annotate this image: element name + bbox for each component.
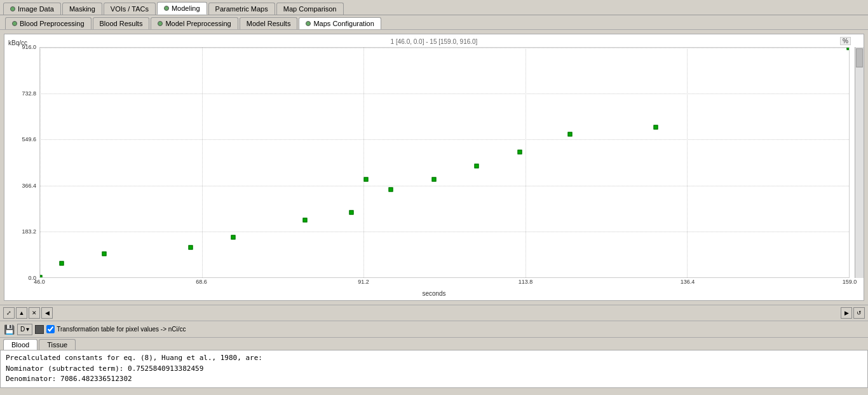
x-label: 159.0: [843, 279, 857, 285]
y-label: 732.8: [22, 90, 36, 97]
transformation-checkbox-label: Transformation table for pixel values ->…: [46, 325, 186, 333]
label-d-dropdown[interactable]: D ▾: [17, 324, 32, 335]
info-panel: Precalculated constants for eq. (8), Hua…: [0, 350, 868, 388]
toolbar-row-1: ⤢ ▲ ✕ ◀ ▶ ↺: [0, 305, 868, 321]
top-tab-vois-tacs[interactable]: VOIs / TACs: [104, 3, 156, 15]
chart-scrollbar[interactable]: [855, 47, 864, 278]
data-point-12: [567, 132, 572, 137]
grid-line-v: [202, 48, 203, 277]
y-label: 366.4: [22, 183, 36, 189]
grid-line-h: [40, 232, 849, 232]
tab-label: VOIs / TACs: [111, 5, 149, 13]
grid-line-v: [363, 48, 364, 277]
sub-tab-blood-preprocessing[interactable]: Blood Preprocessing: [5, 17, 92, 29]
x-label: 113.8: [519, 279, 533, 285]
sub-tab-blood-results[interactable]: Blood Results: [93, 17, 150, 29]
data-point-14: [847, 47, 850, 50]
bottom-tab-bar: BloodTissue: [0, 338, 868, 350]
grid-line-h: [40, 94, 849, 94]
top-tab-masking[interactable]: Masking: [62, 3, 102, 15]
toolbar-close-btn[interactable]: ✕: [29, 307, 40, 319]
scrollbar-thumb[interactable]: [856, 48, 863, 67]
tab-label: Parametric Maps: [215, 5, 268, 13]
sub-tab-label: Blood Preprocessing: [20, 20, 85, 27]
chart-percent[interactable]: %: [840, 37, 851, 45]
sub-tab-dot: [306, 21, 311, 26]
info-line-1: Precalculated constants for eq. (8), Hua…: [6, 353, 862, 364]
data-point-10: [475, 163, 479, 168]
chart-inner: kBq/cc 1 [46.0, 0.0] - 15 [159.0, 916.0]…: [4, 34, 864, 300]
data-point-13: [653, 125, 658, 129]
x-axis-labels: 46.068.691.2113.8136.4159.0: [39, 279, 850, 289]
grid-line-h: [40, 277, 849, 278]
sub-tab-maps-configuration[interactable]: Maps Configuration: [299, 17, 381, 29]
data-point-7: [363, 177, 368, 182]
data-point-1: [59, 261, 64, 266]
top-tab-map-comparison[interactable]: Map Comparison: [276, 3, 344, 15]
dropdown-arrow: ▾: [26, 326, 29, 333]
top-tab-image-data[interactable]: Image Data: [3, 3, 61, 15]
label-d-text: D: [20, 326, 25, 333]
tab-label: Masking: [69, 5, 95, 13]
grid-line-v: [687, 48, 688, 277]
grid-line-v: [40, 48, 41, 277]
data-point-8: [389, 188, 393, 192]
data-point-0: [39, 275, 43, 279]
transformation-label-text: Transformation table for pixel values ->…: [57, 326, 186, 333]
y-axis-labels: 0.0183.2366.4549.6732.8916.0: [11, 47, 37, 278]
data-point-6: [349, 210, 354, 214]
sub-tab-label: Blood Results: [100, 20, 143, 27]
sub-tab-dot: [12, 21, 17, 26]
toolbar-row-2: 💾 D ▾ Transformation table for pixel val…: [0, 321, 868, 338]
tab-dot: [164, 6, 169, 11]
sub-tab-label: Maps Configuration: [313, 20, 374, 27]
sub-tab-label: Model Preprocessing: [165, 20, 231, 27]
data-point-9: [431, 177, 436, 182]
x-label: 136.4: [681, 279, 695, 285]
chart-plot-area: [39, 47, 850, 278]
disk-icon: 💾: [4, 324, 15, 335]
grid-line-v: [849, 48, 850, 277]
sub-tab-model-preprocessing[interactable]: Model Preprocessing: [151, 17, 238, 29]
top-tab-modeling[interactable]: Modeling: [157, 2, 207, 15]
tab-label: Map Comparison: [283, 5, 337, 13]
chart-title: 1 [46.0, 0.0] - 15 [159.0, 916.0]: [391, 38, 478, 45]
y-label: 183.2: [22, 228, 36, 235]
data-point-4: [231, 235, 236, 239]
x-label: 46.0: [34, 279, 45, 285]
color-square-btn[interactable]: [35, 325, 44, 334]
data-point-11: [517, 149, 522, 154]
top-tab-parametric-maps[interactable]: Parametric Maps: [208, 3, 275, 15]
toolbar-up-btn[interactable]: ▲: [16, 307, 27, 319]
data-point-5: [302, 218, 307, 223]
toolbar-arrow-btn[interactable]: ⤢: [3, 307, 15, 319]
grid-line-h: [40, 139, 849, 140]
toolbar-right-btn[interactable]: ▶: [841, 307, 852, 319]
data-point-3: [188, 246, 193, 250]
tab-label: Modeling: [172, 4, 200, 12]
sub-tab-label: Model Results: [247, 20, 291, 27]
sub-tab-dot: [158, 21, 163, 26]
x-label: 91.2: [358, 279, 369, 285]
bottom-tab-blood[interactable]: Blood: [3, 339, 37, 350]
bottom-section: BloodTissue Precalculated constants for …: [0, 338, 868, 388]
top-tab-bar: Image DataMaskingVOIs / TACsModelingPara…: [0, 0, 868, 15]
bottom-tab-tissue[interactable]: Tissue: [39, 339, 76, 350]
tab-dot: [10, 6, 15, 11]
y-label: 549.6: [22, 136, 36, 142]
toolbar-left-btn[interactable]: ◀: [41, 307, 53, 319]
transformation-checkbox[interactable]: [46, 325, 55, 333]
y-label: 916.0: [22, 44, 36, 50]
grid-line-h: [40, 48, 849, 48]
x-axis-title: seconds: [422, 290, 445, 297]
tab-label: Image Data: [18, 5, 54, 13]
grid-line-v: [526, 48, 526, 277]
toolbar-refresh-btn[interactable]: ↺: [853, 307, 865, 319]
grid-line-h: [40, 186, 849, 186]
data-point-2: [102, 251, 107, 256]
x-label: 68.6: [196, 279, 207, 285]
sub-tab-bar: Blood PreprocessingBlood ResultsModel Pr…: [0, 15, 868, 30]
sub-tab-model-results[interactable]: Model Results: [240, 17, 298, 29]
info-line-3: Denominator: 7086.482336512302: [6, 374, 862, 385]
chart-container: kBq/cc 1 [46.0, 0.0] - 15 [159.0, 916.0]…: [4, 34, 864, 301]
